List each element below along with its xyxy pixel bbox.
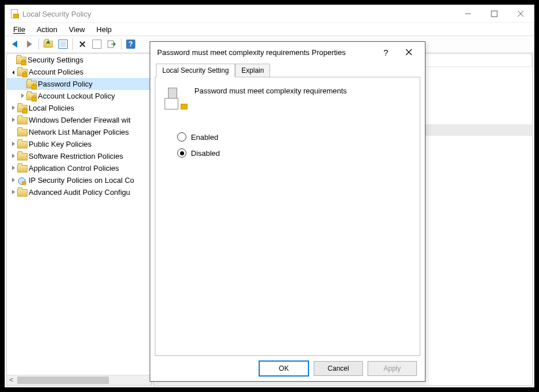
back-button[interactable]: [7, 37, 21, 51]
tree-item-public-key[interactable]: Public Key Policies: [7, 138, 151, 150]
minimize-button[interactable]: [455, 5, 481, 22]
tree-label: IP Security Policies on Local Co: [29, 176, 134, 185]
tree-item-ip-security[interactable]: IP Security Policies on Local Co: [7, 174, 151, 186]
apply-button: Apply: [368, 361, 417, 376]
tab-local-security-setting[interactable]: Local Security Setting: [156, 64, 235, 77]
horizontal-scrollbar[interactable]: <: [7, 375, 151, 385]
folder-icon: [26, 92, 36, 100]
dialog-body: Password must meet complexity requiremen…: [155, 77, 420, 356]
menu-file[interactable]: File: [7, 23, 31, 36]
tree-label: Security Settings: [28, 56, 84, 64]
tree-item-local-policies[interactable]: Local Policies: [7, 102, 151, 114]
menubar: File Action View Help: [5, 22, 534, 36]
tree-item-account-lockout-policy[interactable]: Account Lockout Policy: [7, 90, 151, 102]
close-button[interactable]: [507, 5, 534, 22]
folder-icon: [17, 152, 26, 160]
option-label: Enabled: [191, 133, 218, 142]
export-button[interactable]: [105, 37, 119, 51]
tree-item-application-control[interactable]: Application Control Policies: [7, 162, 151, 174]
svg-rect-1: [491, 11, 497, 17]
maximize-button[interactable]: [481, 5, 507, 22]
tree-item-account-policies[interactable]: Account Policies: [7, 66, 151, 78]
dialog-close-button[interactable]: [397, 48, 420, 57]
tree-item-password-policy[interactable]: Password Policy: [7, 78, 151, 90]
dialog-help-button[interactable]: ?: [374, 48, 397, 57]
tree-item-advanced-audit[interactable]: Advanced Audit Policy Configu: [7, 186, 151, 198]
option-label: Disabled: [191, 149, 220, 158]
tree-label: Advanced Audit Policy Configu: [29, 188, 130, 197]
svg-rect-6: [22, 182, 26, 185]
menu-view[interactable]: View: [63, 23, 91, 36]
folder-icon: [17, 140, 26, 148]
up-button[interactable]: [41, 37, 55, 51]
titlebar: Local Security Policy: [5, 5, 534, 22]
refresh-button[interactable]: [90, 37, 104, 51]
tree-label: Windows Defender Firewall wit: [29, 116, 131, 124]
nav-tree[interactable]: Security Settings Account Policies Passw…: [6, 53, 152, 386]
tree-item-network-list[interactable]: Network List Manager Policies: [7, 126, 151, 138]
folder-icon: [17, 164, 26, 173]
tree-item-software-restriction[interactable]: Software Restriction Policies: [7, 150, 151, 162]
delete-button[interactable]: ✕: [75, 37, 89, 51]
ipsec-icon: [17, 177, 26, 185]
radio-icon: [177, 132, 186, 142]
window-title: Local Security Policy: [22, 10, 91, 18]
dialog-buttons: OK Cancel Apply: [150, 356, 425, 381]
tree-label: Software Restriction Policies: [29, 152, 123, 160]
radio-icon: [177, 148, 186, 158]
menu-help[interactable]: Help: [91, 23, 118, 36]
policy-icon: [165, 87, 188, 109]
radio-group: Enabled Disabled: [177, 132, 411, 158]
folder-icon: [17, 189, 26, 197]
properties-button[interactable]: [56, 37, 70, 51]
menu-action[interactable]: Action: [31, 23, 63, 36]
folder-icon: [26, 80, 36, 88]
dialog-title: Password must meet complexity requiremen…: [157, 48, 374, 57]
policy-name: Password must meet complexity requiremen…: [194, 87, 347, 95]
option-enabled[interactable]: Enabled: [177, 132, 411, 142]
dialog-tabs: Local Security Setting Explain: [150, 62, 425, 77]
forward-button[interactable]: [22, 37, 36, 51]
dialog-titlebar: Password must meet complexity requiremen…: [150, 42, 425, 62]
tree-item-defender-firewall[interactable]: Windows Defender Firewall wit: [7, 114, 151, 126]
folder-icon: [17, 104, 26, 112]
cancel-button[interactable]: Cancel: [314, 361, 363, 376]
app-icon: [10, 9, 19, 18]
tree-label: Account Policies: [29, 68, 83, 76]
tab-explain[interactable]: Explain: [235, 64, 270, 77]
tree-label: Account Lockout Policy: [38, 92, 115, 100]
option-disabled[interactable]: Disabled: [177, 148, 411, 158]
folder-icon: [17, 116, 26, 124]
properties-dialog: Password must meet complexity requiremen…: [150, 41, 425, 382]
tree-label: Public Key Policies: [29, 140, 92, 148]
tree-root[interactable]: Security Settings: [7, 54, 151, 66]
tree-label: Application Control Policies: [29, 164, 119, 173]
tree-label: Network List Manager Policies: [29, 128, 129, 136]
folder-icon: [17, 68, 26, 76]
tree-label: Password Policy: [38, 80, 92, 88]
folder-icon: [17, 128, 26, 136]
ok-button[interactable]: OK: [259, 360, 309, 377]
security-settings-icon: [16, 56, 25, 64]
tree-label: Local Policies: [29, 104, 75, 112]
help-button[interactable]: ?: [124, 37, 138, 51]
